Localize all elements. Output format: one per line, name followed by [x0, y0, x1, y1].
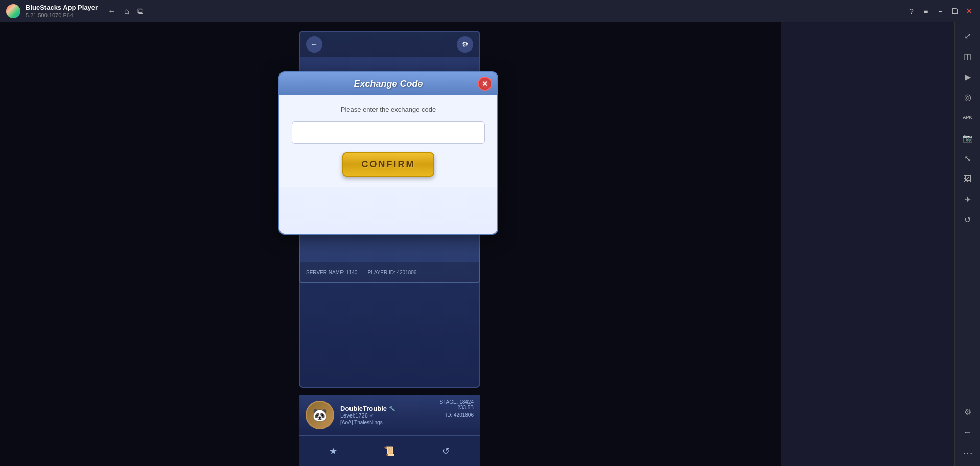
sidebar-expand-icon[interactable]: ⤢	[959, 27, 977, 45]
bottom-icon-bar: ★ 📜 ↺	[299, 435, 480, 466]
right-sidebar: ⤢ ◫ ▶ ◎ APK 📷 ⤡ 🖼 ✈ ↺ ⚙ ← ⋯	[954, 22, 980, 466]
game-top-bar: ← ⚙	[300, 32, 479, 57]
modal-title: Exchange Code	[354, 79, 423, 89]
sidebar-screenshot-icon[interactable]: 📷	[959, 129, 977, 147]
confirm-button[interactable]: CONFIRM	[342, 152, 434, 177]
exchange-modal: Exchange Code ✕ Please enter the exchang…	[278, 71, 498, 235]
modal-body: Please enter the exchange code CONFIRM	[279, 95, 497, 187]
sidebar-media-icon[interactable]: 🖼	[959, 169, 977, 188]
sidebar-camera-icon[interactable]: ◎	[959, 88, 977, 106]
modal-instruction: Please enter the exchange code	[341, 106, 436, 113]
sidebar-resize-icon[interactable]: ⤡	[959, 149, 977, 167]
sidebar-sync-icon[interactable]: ↺	[959, 210, 977, 229]
game-settings-button[interactable]: ⚙	[457, 36, 473, 53]
nav-home-icon[interactable]: ⌂	[124, 7, 129, 16]
wrench-icon: 🔧	[389, 406, 395, 411]
game-back-button[interactable]: ←	[306, 36, 322, 53]
sidebar-layers-icon[interactable]: ◫	[959, 47, 977, 65]
menu-button[interactable]: ≡	[921, 6, 931, 16]
modal-title-bar: Exchange Code ✕	[279, 72, 497, 95]
window-controls: ? ≡ − ⧠ ✕	[906, 6, 974, 16]
close-button[interactable]: ✕	[964, 6, 974, 16]
sidebar-arrow-icon[interactable]: ←	[959, 423, 977, 442]
sidebar-play-icon[interactable]: ▶	[959, 67, 977, 86]
sidebar-apk-icon[interactable]: APK	[959, 108, 977, 127]
gender-icon: ♂	[369, 412, 374, 419]
bluestacks-logo	[6, 4, 20, 18]
app-name: BlueStacks App Player	[26, 4, 98, 11]
app-info: BlueStacks App Player 5.21.500.1070 P64	[26, 4, 98, 18]
profile-bar: 🐼 DoubleTrouble 🔧 Level:1726 ♂ [AoA] Tha…	[299, 395, 480, 435]
bottom-refresh-icon[interactable]: ↺	[437, 442, 455, 460]
profile-guild: [AoA] ThalesNings	[340, 420, 474, 425]
exchange-code-input[interactable]	[292, 121, 485, 144]
server-name-label: SERVER NAME: 1140	[306, 269, 357, 275]
nav-back-icon[interactable]: ←	[108, 7, 116, 16]
bottom-star-icon[interactable]: ★	[324, 442, 342, 460]
profile-stats: STAGE: 18424 233.5B ID: 4201806	[439, 399, 474, 418]
sidebar-more-icon[interactable]: ⋯	[959, 444, 977, 462]
exchange-modal-overlay: Exchange Code ✕ Please enter the exchang…	[278, 71, 498, 235]
profile-id: ID: 4201806	[439, 412, 474, 418]
profile-currency: 233.5B	[439, 405, 474, 410]
player-id-label: PLAYER ID: 4201806	[367, 269, 416, 275]
settings-bottom-bar: SERVER NAME: 1140 PLAYER ID: 4201806	[300, 262, 479, 282]
sidebar-flight-icon[interactable]: ✈	[959, 190, 977, 208]
restore-button[interactable]: ⧠	[949, 6, 960, 16]
help-button[interactable]: ?	[906, 6, 917, 16]
nav-copy-icon[interactable]: ⧉	[137, 7, 143, 16]
app-version: 5.21.500.1070 P64	[26, 12, 98, 18]
player-avatar: 🐼	[306, 401, 334, 429]
modal-close-button[interactable]: ✕	[478, 77, 492, 91]
sidebar-settings-icon[interactable]: ⚙	[959, 403, 977, 421]
profile-stage: STAGE: 18424	[439, 399, 474, 405]
bottom-scroll-icon[interactable]: 📜	[380, 442, 399, 460]
title-bar: BlueStacks App Player 5.21.500.1070 P64 …	[0, 0, 980, 22]
title-bar-nav: ← ⌂ ⧉	[108, 7, 143, 16]
minimize-button[interactable]: −	[935, 6, 945, 16]
